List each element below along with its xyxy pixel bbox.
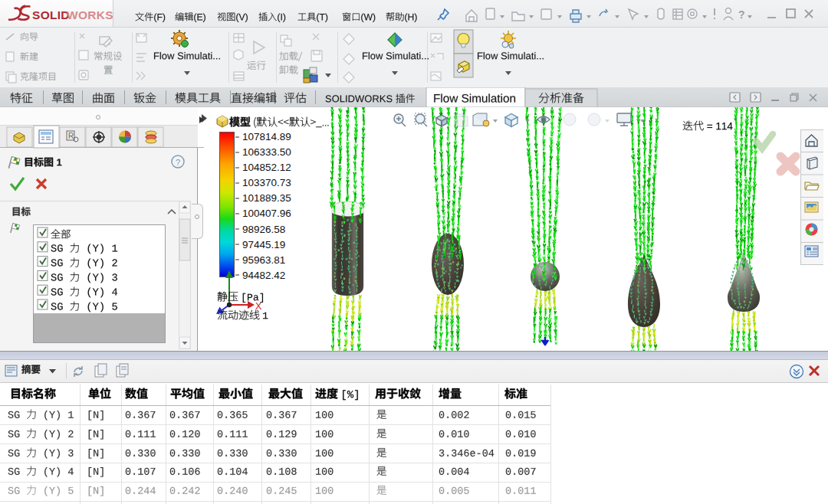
svg-text:WORKS: WORKS	[67, 8, 113, 21]
svg-text:?: ?	[176, 158, 180, 167]
svg-text:?: ?	[738, 8, 745, 21]
svg-text:SOLID: SOLID	[32, 8, 70, 21]
svg-text:R: R	[68, 132, 74, 140]
